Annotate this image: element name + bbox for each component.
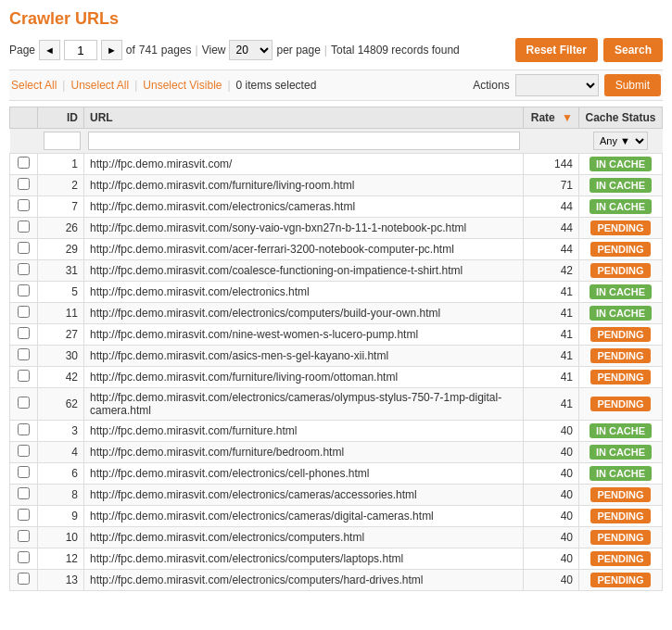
reset-filter-button[interactable]: Reset Filter [515,38,598,62]
table-row: 9 http://fpc.demo.mirasvit.com/electroni… [10,506,663,527]
status-badge: PENDING [590,348,650,363]
url-link[interactable]: http://fpc.demo.mirasvit.com/furniture.h… [90,424,297,437]
row-checkbox[interactable] [18,370,30,382]
row-checkbox[interactable] [18,284,30,296]
row-checkbox-cell [10,442,38,463]
next-page-btn[interactable]: ► [101,40,122,60]
row-checkbox[interactable] [18,397,30,409]
submit-button[interactable]: Submit [604,74,661,96]
url-link[interactable]: http://fpc.demo.mirasvit.com/electronics… [90,573,423,586]
row-status: PENDING [579,527,663,548]
row-url: http://fpc.demo.mirasvit.com/electronics… [84,485,524,506]
row-rate: 40 [524,506,579,527]
row-checkbox[interactable] [18,327,30,339]
status-badge: IN CACHE [590,423,652,438]
row-status: PENDING [579,239,663,260]
status-badge: PENDING [590,487,650,502]
row-checkbox[interactable] [18,530,30,542]
row-checkbox-cell [10,346,38,367]
search-button[interactable]: Search [603,38,663,62]
url-link[interactable]: http://fpc.demo.mirasvit.com/coalesce-fu… [90,264,463,277]
url-link[interactable]: http://fpc.demo.mirasvit.com/electronics… [90,552,403,565]
url-link[interactable]: http://fpc.demo.mirasvit.com/acer-ferrar… [90,243,454,256]
row-checkbox-cell [10,421,38,442]
row-rate: 41 [524,388,579,421]
row-checkbox[interactable] [18,423,30,435]
status-badge: PENDING [590,509,650,523]
url-link[interactable]: http://fpc.demo.mirasvit.com/nine-west-w… [90,328,418,341]
row-checkbox[interactable] [18,445,30,457]
url-link[interactable]: http://fpc.demo.mirasvit.com/electronics… [90,200,355,213]
row-checkbox[interactable] [18,157,30,169]
select-all-link[interactable]: Select All [11,79,57,92]
status-filter-select[interactable]: Any ▼ [593,132,648,150]
url-link[interactable]: http://fpc.demo.mirasvit.com/asics-men-s… [90,349,388,362]
row-checkbox[interactable] [18,573,30,585]
row-checkbox[interactable] [18,509,30,521]
row-checkbox[interactable] [18,242,30,254]
url-link[interactable]: http://fpc.demo.mirasvit.com/electronics… [90,467,369,480]
per-page-select[interactable]: 20 10 50 100 200 [229,40,273,60]
row-checkbox[interactable] [18,178,30,190]
row-status: IN CACHE [579,154,663,175]
row-checkbox-cell [10,303,38,324]
page-label: Page [9,44,35,57]
table-row: 7 http://fpc.demo.mirasvit.com/electroni… [10,196,663,218]
row-checkbox[interactable] [18,466,30,478]
url-link[interactable]: http://fpc.demo.mirasvit.com/sony-vaio-v… [90,221,466,234]
row-rate: 41 [524,346,579,367]
url-link[interactable]: http://fpc.demo.mirasvit.com/ [90,158,232,170]
row-status: PENDING [579,346,663,367]
unselect-all-link[interactable]: Unselect All [70,79,129,92]
url-link[interactable]: http://fpc.demo.mirasvit.com/electronics… [90,285,310,298]
id-filter-input[interactable] [44,132,81,150]
row-checkbox[interactable] [18,551,30,563]
prev-page-btn[interactable]: ◄ [39,40,60,60]
url-col-header: URL [84,107,524,129]
row-url: http://fpc.demo.mirasvit.com/acer-ferrar… [84,239,524,260]
of-label: of [126,44,135,57]
unselect-visible-link[interactable]: Unselect Visible [143,79,222,92]
rate-col-header[interactable]: Rate ▼ [524,107,579,129]
row-checkbox[interactable] [18,263,30,275]
row-rate: 40 [524,463,579,485]
row-checkbox-cell [10,154,38,175]
row-checkbox[interactable] [18,306,30,318]
row-id: 29 [38,239,84,260]
url-link[interactable]: http://fpc.demo.mirasvit.com/furniture/l… [90,179,354,192]
row-id: 26 [38,218,84,239]
selection-bar: Select All | Unselect All | Unselect Vis… [9,69,663,101]
row-status: PENDING [579,485,663,506]
url-link[interactable]: http://fpc.demo.mirasvit.com/electronics… [90,391,501,417]
row-checkbox[interactable] [18,199,30,211]
row-checkbox[interactable] [18,220,30,233]
pages-label: pages [161,44,192,57]
row-rate: 40 [524,548,579,570]
row-id: 30 [38,346,84,367]
url-link[interactable]: http://fpc.demo.mirasvit.com/furniture/b… [90,446,344,459]
page-input[interactable] [64,40,97,60]
row-checkbox-cell [10,282,38,303]
status-badge: PENDING [590,397,650,411]
view-label: View [202,44,226,57]
row-checkbox-cell [10,548,38,570]
row-id: 7 [38,196,84,218]
row-id: 42 [38,367,84,388]
row-status: IN CACHE [579,175,663,196]
row-checkbox[interactable] [18,348,30,360]
url-link[interactable]: http://fpc.demo.mirasvit.com/electronics… [90,307,440,320]
row-id: 62 [38,388,84,421]
url-link[interactable]: http://fpc.demo.mirasvit.com/furniture/l… [90,371,398,384]
row-checkbox[interactable] [18,487,30,499]
row-checkbox-cell [10,367,38,388]
url-link[interactable]: http://fpc.demo.mirasvit.com/electronics… [90,531,364,544]
url-link[interactable]: http://fpc.demo.mirasvit.com/electronics… [90,510,434,523]
url-filter-input[interactable] [88,132,520,150]
url-link[interactable]: http://fpc.demo.mirasvit.com/electronics… [90,488,417,501]
actions-select[interactable] [515,74,599,96]
total-records: Total 14809 records found [331,44,460,57]
row-url: http://fpc.demo.mirasvit.com/nine-west-w… [84,324,524,346]
row-checkbox-cell [10,570,38,591]
row-checkbox-cell [10,218,38,239]
row-rate: 41 [524,303,579,324]
